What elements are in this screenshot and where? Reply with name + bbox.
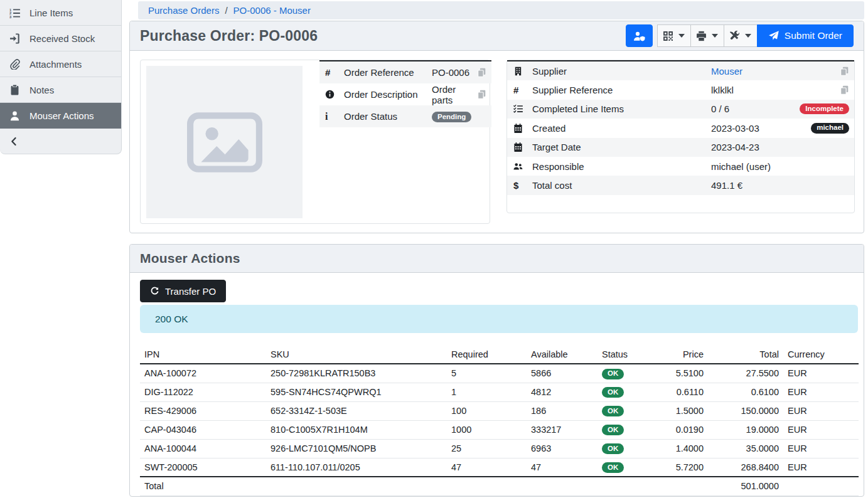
detail-row: Target Date2023-04-23 bbox=[507, 138, 854, 157]
print-actions-button[interactable] bbox=[690, 24, 724, 47]
cell-status: OK bbox=[597, 364, 660, 383]
table-row: ANA-100072250-72981KLRATR150B355866OK5.5… bbox=[140, 364, 859, 383]
sidebar-item-label: Line Items bbox=[29, 8, 73, 18]
status-badge: Pending bbox=[432, 112, 471, 122]
detail-row-actions bbox=[840, 66, 849, 76]
svg-text:3: 3 bbox=[9, 15, 11, 18]
transfer-po-label: Transfer PO bbox=[165, 286, 216, 297]
copy-button[interactable] bbox=[840, 66, 849, 76]
breadcrumb-link-purchase-orders[interactable]: Purchase Orders bbox=[148, 5, 219, 16]
detail-value: michael (user) bbox=[711, 161, 849, 172]
cell-status: OK bbox=[597, 401, 660, 420]
cell-required: 1000 bbox=[447, 420, 527, 439]
copy-button[interactable] bbox=[477, 90, 486, 99]
order-details-table: #Order ReferencePO-0006Order Description… bbox=[319, 60, 491, 223]
cell-available: 4812 bbox=[527, 383, 597, 401]
supplier-link[interactable]: Mouser bbox=[711, 66, 742, 77]
detail-icon-cell bbox=[513, 124, 532, 133]
cell-price: 1.5000 bbox=[660, 401, 708, 420]
detail-label: Order Status bbox=[344, 111, 432, 122]
cell-total: 0.6100 bbox=[708, 383, 783, 401]
barcode-actions-button[interactable] bbox=[657, 24, 691, 47]
sidebar-collapse-button[interactable] bbox=[0, 129, 121, 154]
detail-label: Order Reference bbox=[344, 67, 432, 78]
image-placeholder-icon bbox=[186, 104, 263, 181]
breadcrumb-link-current-order[interactable]: PO-0006 - Mouser bbox=[233, 5, 311, 16]
sidebar-item-attachments[interactable]: Attachments bbox=[0, 51, 121, 77]
status-badge-ok: OK bbox=[602, 387, 624, 398]
cell-ipn: DIG-112022 bbox=[140, 383, 266, 401]
cell-available: 333217 bbox=[527, 420, 597, 439]
order-actions-button[interactable] bbox=[724, 24, 758, 47]
admin-view-button[interactable] bbox=[626, 24, 653, 47]
caret-down-icon bbox=[712, 34, 718, 38]
supplier-info-card: SupplierMouser#Supplier Referencelklklkl… bbox=[506, 60, 855, 213]
cell-required: 25 bbox=[447, 439, 527, 458]
cell-total: 150.0000 bbox=[708, 401, 783, 420]
cell-sku: 595-SN74HCS74QPWRQ1 bbox=[266, 383, 447, 401]
sidebar-item-label: Received Stock bbox=[29, 33, 95, 44]
transfer-po-button[interactable]: Transfer PO bbox=[140, 280, 226, 302]
cell-status: OK bbox=[597, 439, 660, 458]
cell-currency: EUR bbox=[783, 420, 859, 439]
detail-row: $Total cost491.1 € bbox=[507, 176, 854, 194]
sidebar-item-label: Mouser Actions bbox=[29, 110, 94, 121]
cell-total: 35.0000 bbox=[708, 439, 783, 458]
submit-order-label: Submit Order bbox=[785, 30, 842, 41]
cell-sku: 611-110.107.011/0205 bbox=[266, 458, 447, 477]
tools-icon bbox=[729, 31, 740, 41]
sidebar-item-mouser-actions[interactable]: Mouser Actions bbox=[0, 103, 121, 129]
detail-icon-cell: i bbox=[325, 112, 344, 122]
status-badge-ok: OK bbox=[602, 369, 624, 379]
column-header-sku: SKU bbox=[266, 345, 447, 364]
cell-currency: EUR bbox=[783, 439, 859, 458]
calendar-icon bbox=[513, 124, 523, 133]
detail-value: Mouser bbox=[711, 66, 840, 77]
purchase-order-panel-header: Purchase Order: PO-0006 bbox=[130, 21, 864, 51]
column-header-currency: Currency bbox=[783, 345, 859, 364]
info-circle-icon bbox=[325, 90, 335, 99]
sidebar-item-received-stock[interactable]: Received Stock bbox=[0, 26, 121, 51]
column-header-ipn: IPN bbox=[140, 345, 266, 364]
sidebar-item-line-items[interactable]: 123Line Items bbox=[0, 0, 121, 26]
submit-order-button[interactable]: Submit Order bbox=[757, 24, 854, 47]
user-badge: michael bbox=[811, 123, 849, 134]
table-row: ANA-100044926-LMC7101QM5/NOPB256963OK1.4… bbox=[140, 439, 859, 458]
detail-row-actions: michael bbox=[811, 123, 849, 134]
detail-row-actions: Incomplete bbox=[800, 103, 849, 114]
printer-icon bbox=[696, 31, 707, 41]
column-header-required: Required bbox=[447, 345, 527, 364]
copy-button[interactable] bbox=[477, 68, 486, 77]
sidebar-item-notes[interactable]: Notes bbox=[0, 77, 121, 103]
detail-label: Total cost bbox=[532, 180, 711, 191]
list-numbered-icon: 123 bbox=[9, 8, 20, 18]
detail-row: #Order ReferencePO-0006 bbox=[319, 61, 491, 83]
status-alert-text: 200 OK bbox=[155, 314, 188, 325]
column-header-total: Total bbox=[708, 345, 783, 364]
detail-value: 2023-04-23 bbox=[711, 142, 849, 152]
sidebar-item-label: Notes bbox=[29, 85, 54, 95]
calendar-icon bbox=[513, 142, 523, 152]
header-row: IPNSKURequiredAvailableStatusPriceTotalC… bbox=[140, 345, 859, 364]
cell-ipn: SWT-200005 bbox=[140, 458, 266, 477]
cell-required: 47 bbox=[447, 458, 527, 477]
status-badge-ok: OK bbox=[602, 406, 624, 416]
caret-down-icon bbox=[745, 34, 751, 38]
status-badge-ok: OK bbox=[602, 425, 624, 435]
rotate-icon bbox=[150, 287, 159, 296]
detail-icon-cell bbox=[513, 142, 532, 152]
line-items-table-head: IPNSKURequiredAvailableStatusPriceTotalC… bbox=[140, 345, 859, 364]
detail-value: 0 / 6 bbox=[711, 103, 800, 114]
detail-icon-cell bbox=[513, 104, 532, 114]
detail-icon-cell: # bbox=[513, 85, 532, 95]
copy-button[interactable] bbox=[840, 85, 849, 95]
cell-ipn: ANA-100044 bbox=[140, 439, 266, 458]
cell-total: 27.5500 bbox=[708, 364, 783, 383]
hashtag-icon: # bbox=[325, 68, 330, 77]
line-items-table-foot: Total 501.0000 bbox=[140, 477, 859, 495]
column-header-status: Status bbox=[597, 345, 660, 364]
detail-icon-cell bbox=[513, 66, 532, 76]
cell-status: OK bbox=[597, 458, 660, 477]
cell-currency: EUR bbox=[783, 458, 859, 477]
table-row: DIG-112022595-SN74HCS74QPWRQ114812OK0.61… bbox=[140, 383, 859, 401]
